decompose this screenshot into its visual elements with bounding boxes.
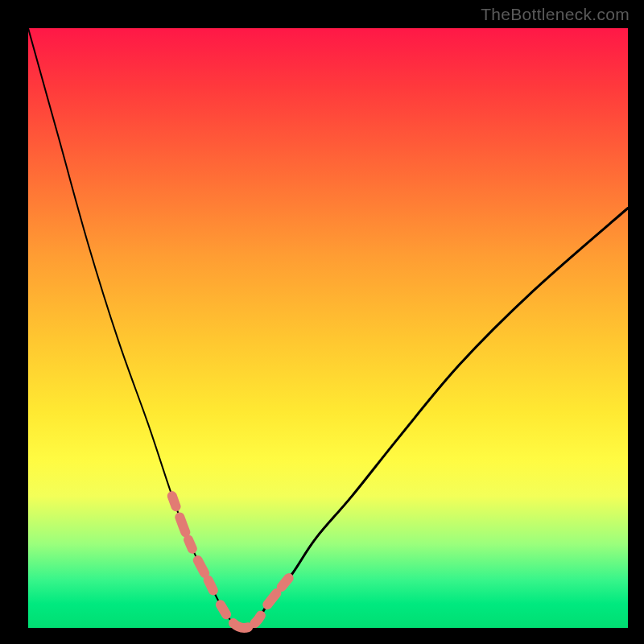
chart-frame: TheBottleneck.com (0, 0, 644, 644)
plot-area (28, 28, 628, 628)
bottleneck-curve (28, 28, 628, 628)
curve-path (28, 28, 628, 628)
valley-highlight (172, 496, 292, 628)
watermark: TheBottleneck.com (481, 5, 630, 24)
curve-path-right (244, 208, 628, 629)
